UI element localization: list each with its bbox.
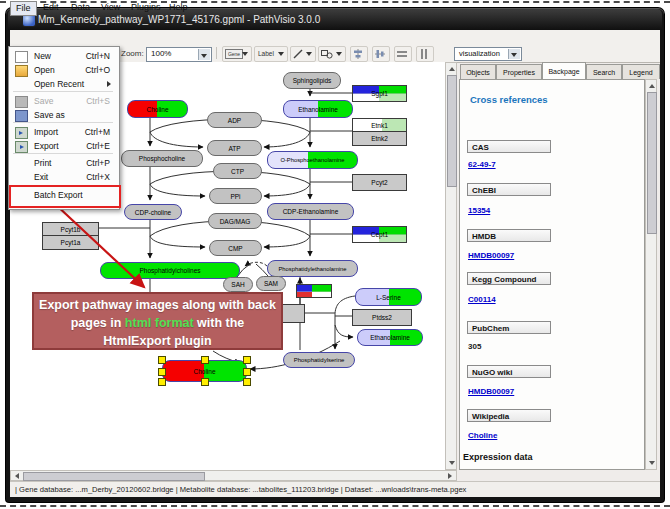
- pathway-node-atp[interactable]: ATP: [207, 140, 262, 156]
- pathway-node-ppi[interactable]: PPi: [209, 188, 262, 204]
- menu-item-save-as[interactable]: Save as: [10, 108, 116, 122]
- xref-link-chebi[interactable]: 15354: [468, 206, 490, 215]
- label-tool-button[interactable]: Label: [254, 46, 288, 62]
- xref-link-wikipedia[interactable]: Choline: [468, 431, 497, 440]
- pathway-node-partial-colored[interactable]: [296, 284, 332, 298]
- xref-link-cas[interactable]: 62-49-7: [468, 160, 496, 169]
- scrollbar-thumb[interactable]: [23, 472, 205, 481]
- resize-handle[interactable]: [243, 378, 251, 386]
- zoom-combobox[interactable]: 100%: [146, 47, 212, 62]
- tab-legend[interactable]: Legend: [622, 64, 660, 79]
- xref-header-hmdb[interactable]: HMDB: [467, 229, 551, 242]
- tab-objects[interactable]: Objects: [460, 64, 496, 79]
- scroll-down-icon[interactable]: [649, 461, 655, 465]
- tab-properties[interactable]: Properties: [496, 64, 542, 79]
- xref-header-cas[interactable]: CAS: [467, 140, 551, 153]
- pathway-node-cdp-choline[interactable]: CDP-choline: [124, 204, 182, 220]
- tab-search[interactable]: Search: [586, 64, 622, 79]
- scroll-down-icon[interactable]: [449, 461, 455, 465]
- xref-link-kegg[interactable]: C00114: [468, 295, 496, 304]
- tab-backpage[interactable]: Backpage: [542, 62, 586, 79]
- pathway-node-sphingolipids[interactable]: Sphingolipids: [283, 72, 341, 89]
- pathway-node-sam[interactable]: SAM: [256, 276, 286, 291]
- pathway-node-phosphatidylethanolamine[interactable]: Phosphatidylethanolamine: [267, 260, 358, 277]
- shape-tool-button[interactable]: [318, 46, 346, 62]
- pathway-node-sah[interactable]: SAH: [223, 277, 253, 292]
- gene-node-cept1[interactable]: Cept1: [352, 226, 407, 243]
- xref-header-kegg[interactable]: Kegg Compound: [467, 272, 551, 285]
- pathway-node-ethanolamine-top[interactable]: Ethanolamine: [283, 100, 353, 118]
- pathway-node-partial-gray[interactable]: [280, 304, 305, 323]
- pathway-node-adp[interactable]: ADP: [207, 112, 262, 128]
- align-center-icon: [353, 49, 363, 59]
- gene-tool-button[interactable]: Gene: [222, 46, 252, 62]
- menu-view[interactable]: View: [96, 1, 125, 14]
- zoom-dropdown-button[interactable]: [198, 49, 210, 60]
- resize-handle[interactable]: [201, 378, 209, 386]
- align-middle-button[interactable]: [372, 46, 390, 62]
- import-icon: [15, 127, 28, 139]
- resize-handle[interactable]: [158, 368, 166, 376]
- gene-node-ptdss2[interactable]: Ptdss2: [352, 309, 412, 326]
- pathway-node-phosphatidylserine[interactable]: Phosphatidylserine: [283, 352, 355, 368]
- pathway-node-ctp[interactable]: CTP: [213, 163, 262, 179]
- menu-item-export[interactable]: Export Ctrl+E: [10, 139, 116, 153]
- xref-link-nugo[interactable]: HMDB00097: [468, 387, 514, 396]
- distribute-horizontal-button[interactable]: [394, 46, 412, 62]
- scroll-right-icon[interactable]: [448, 473, 452, 479]
- xref-header-chebi[interactable]: ChEBI: [467, 183, 551, 196]
- pathway-node-l-serine[interactable]: L-Serine: [355, 288, 422, 306]
- menu-item-print[interactable]: Print Ctrl+P: [10, 156, 116, 170]
- gene-node-etnk2[interactable]: Etnk2: [352, 131, 407, 146]
- gene-node-pcyt1a[interactable]: Pcyt1a: [42, 235, 99, 250]
- menu-plugins[interactable]: Plugins: [126, 1, 166, 14]
- menu-edit[interactable]: Edit: [38, 1, 64, 14]
- menu-item-open[interactable]: Open Ctrl+O: [10, 63, 116, 77]
- panel-vertical-scrollbar[interactable]: [645, 79, 657, 470]
- visualization-combobox[interactable]: visualization: [454, 47, 522, 61]
- pathway-node-ethanolamine-bottom[interactable]: Ethanolamine: [357, 329, 423, 346]
- pathway-node-cmp[interactable]: CMP: [209, 240, 262, 256]
- annotation-line3: HtmlExport plugin: [34, 332, 281, 350]
- scroll-up-icon[interactable]: [649, 84, 655, 88]
- visualization-value: visualization: [459, 49, 500, 58]
- canvas-vertical-scrollbar[interactable]: [445, 62, 457, 470]
- scroll-up-icon[interactable]: [449, 67, 455, 71]
- menu-item-new[interactable]: New Ctrl+N: [10, 49, 116, 63]
- batch-export-highlight-box: [9, 185, 121, 208]
- xref-header-wikipedia[interactable]: Wikipedia: [467, 409, 551, 422]
- pathway-node-choline-top[interactable]: Choline: [127, 100, 188, 118]
- pathway-node-phosphocholine[interactable]: Phosphocholine: [121, 150, 203, 167]
- menu-data[interactable]: Data: [66, 1, 95, 14]
- resize-handle[interactable]: [201, 356, 209, 364]
- resize-handle[interactable]: [243, 368, 251, 376]
- distribute-vertical-button[interactable]: [416, 46, 434, 62]
- menu-item-exit[interactable]: Exit Ctrl+X: [10, 170, 116, 184]
- scrollbar-thumb[interactable]: [647, 92, 657, 234]
- menu-help[interactable]: Help: [164, 1, 193, 14]
- scroll-left-icon[interactable]: [15, 473, 19, 479]
- line-tool-button[interactable]: [290, 46, 316, 62]
- pathway-node-choline-selected[interactable]: Choline: [162, 360, 247, 382]
- menu-file[interactable]: File: [10, 1, 37, 16]
- align-center-button[interactable]: [350, 46, 368, 62]
- resize-handle[interactable]: [243, 356, 251, 364]
- xref-header-pubchem[interactable]: PubChem: [467, 321, 551, 334]
- window-title: Mm_Kennedy_pathway_WP1771_45176.gpml - P…: [38, 14, 320, 25]
- pathway-node-o-phosphoethanolamine[interactable]: O-Phosphoethanolamine: [267, 151, 358, 169]
- canvas-horizontal-scrollbar[interactable]: [10, 470, 457, 481]
- resize-handle[interactable]: [158, 378, 166, 386]
- menu-item-save[interactable]: Save Ctrl+S: [10, 94, 116, 108]
- resize-handle[interactable]: [158, 356, 166, 364]
- pathway-node-cdp-ethanolamine[interactable]: CDP-Ethanolamine: [267, 203, 354, 220]
- gene-node-pcyt2[interactable]: Pcyt2: [352, 174, 407, 191]
- xref-link-hmdb[interactable]: HMDB00097: [468, 251, 514, 260]
- menu-item-open-recent[interactable]: Open Recent: [10, 77, 116, 91]
- pathway-node-phosphatidylcholines[interactable]: Phosphatidylcholines: [100, 262, 240, 279]
- pathway-node-dag-mag[interactable]: DAG/MAG: [208, 213, 262, 229]
- gene-node-sgpl1[interactable]: Sgpl1: [352, 85, 407, 102]
- xref-header-nugo[interactable]: NuGO wiki: [467, 365, 551, 378]
- scrollbar-thumb[interactable]: [447, 75, 457, 187]
- menu-item-import[interactable]: Import Ctrl+M: [10, 125, 116, 139]
- visualization-dropdown-button[interactable]: [508, 49, 520, 59]
